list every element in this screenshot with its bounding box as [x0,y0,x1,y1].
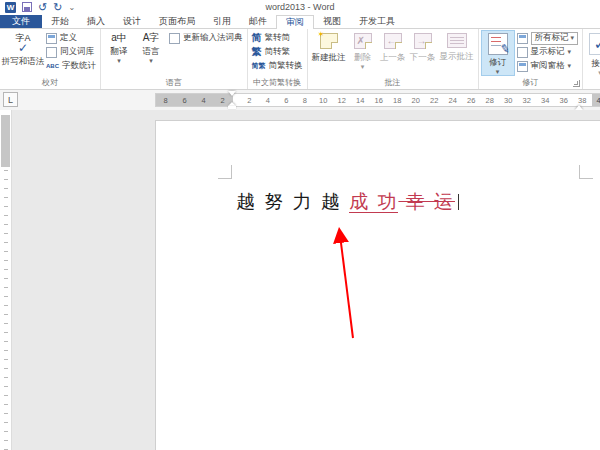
translate-icon: a中 [111,32,127,44]
tab-stop-selector[interactable]: L [3,92,18,107]
tab-developer[interactable]: 开发工具 [350,15,404,28]
accept-icon: ✓ [589,33,600,55]
pencil-glyph: ✎ [499,41,511,57]
tab-insert[interactable]: 插入 [78,15,114,28]
language-button[interactable]: A字 语言 ▾ [135,30,167,76]
define-icon [46,33,57,44]
traditional-to-simplified-icon: 简 [252,32,262,44]
simplified-to-traditional-icon: 繁 [252,46,262,58]
traditional-to-simplified-button[interactable]: 简 繁转简 [252,32,303,44]
show-comments-button[interactable]: 显示批注 [438,30,476,76]
window-title: word2013 - Word [0,2,600,12]
ruler-number: 40 [592,94,600,106]
traditional-to-simplified-label: 繁转简 [265,32,291,44]
thesaurus-icon [46,47,57,58]
show-markup-icon [517,47,528,58]
update-ime-label: 更新输入法词典 [183,32,243,44]
tracking-dialog-launcher-icon[interactable] [573,80,580,87]
tab-review[interactable]: 审阅 [276,15,314,29]
text-cursor [458,194,459,210]
horizontal-ruler[interactable]: 8642 24681012141618202224262830323436384… [155,93,600,107]
reviewing-pane-label: 审阅窗格 [531,60,565,72]
language-dropdown-icon: ▾ [149,58,153,63]
ruler-number: 26 [462,94,481,106]
previous-arrow-glyph: ← [387,35,397,46]
ruler-margin-area: 8642 [156,94,233,106]
show-markup-button[interactable]: 显示标记 ▾ [517,46,579,58]
translate-button[interactable]: a中 翻译 ▾ [103,30,135,76]
text-run-normal: 越 努 力 越 [236,191,349,212]
ruler-number: 28 [481,94,500,106]
new-comment-label: 新建批注 [312,52,346,64]
vertical-ruler[interactable] [0,110,12,450]
ruler-number: 8 [296,94,315,106]
tab-file[interactable]: 文件 [0,15,42,28]
thesaurus-label: 同义词库 [60,46,94,58]
tab-mailings[interactable]: 邮件 [240,15,276,28]
tab-design[interactable]: 设计 [114,15,150,28]
thesaurus-button[interactable]: 同义词库 [46,46,96,58]
ruler-number: 4 [194,94,213,106]
reviewing-pane-icon [517,61,528,72]
spelling-grammar-button[interactable]: 字A ✓ 拼写和语法 [2,30,44,76]
show-markup-caret: ▾ [568,48,572,56]
group-label-comments: 批注 [310,77,476,89]
ruler-number: 4 [259,94,278,106]
previous-comment-label: 上一条 [380,52,406,64]
tab-view[interactable]: 视图 [314,15,350,28]
group-label-chinese-conversion: 中文简繁转换 [250,77,305,89]
tab-home[interactable]: 开始 [42,15,78,28]
margin-cropmark-top-left [218,165,232,179]
show-comments-icon [447,33,467,48]
ribbon: 字A ✓ 拼写和语法 定义 同义词库 ABC 字数统计 [0,29,600,90]
group-label-language: 语言 [103,77,245,89]
next-comment-icon: → [414,33,432,49]
show-comments-label: 显示批注 [440,51,474,63]
new-comment-button[interactable]: ✶ 新建批注 [310,30,348,76]
document-page[interactable]: 越 努 力 越 成 功 幸 运 [155,120,600,450]
hanging-indent-marker[interactable] [228,102,236,110]
group-label-proofing: 校对 [2,77,98,89]
simplified-to-traditional-button[interactable]: 繁 简转繁 [252,46,303,58]
tab-page-layout[interactable]: 页面布局 [150,15,204,28]
delete-comment-button[interactable]: ✗ 删除 ▾ [348,30,378,76]
reviewing-pane-button[interactable]: 审阅窗格 ▾ [517,60,579,72]
group-language: a中 翻译 ▾ A字 语言 ▾ 更新输入法词典 语言 [101,29,248,89]
define-button[interactable]: 定义 [46,32,96,44]
track-changes-button[interactable]: ✎ 修订 ▾ [481,30,515,76]
group-label-changes: 更改 [585,77,600,89]
group-tracking: ✎ 修订 ▾ 所有标记▾ 显示标记 ▾ 审阅窗格 ▾ [479,29,584,89]
convert-button[interactable]: 简繁 简繁转换 [252,60,303,72]
tab-references[interactable]: 引用 [204,15,240,28]
paragraph-text[interactable]: 越 努 力 越 成 功 幸 运 [236,189,459,215]
delete-cross-glyph: ✗ [357,35,365,46]
ruler-number: 6 [277,94,296,106]
next-comment-label: 下一条 [410,52,436,64]
update-ime-button[interactable]: 更新输入法词典 [169,32,243,44]
new-comment-icon: ✶ [320,33,338,49]
ruler-number: 10 [314,94,333,106]
text-run-insertion: 成 功 [349,191,398,213]
document-area: 越 努 力 越 成 功 幸 运 [0,110,600,450]
ruler-row: L 8642 246810121416182022242628303234363… [0,90,600,110]
next-comment-button[interactable]: → 下一条 [408,30,438,76]
vertical-ruler-ticks [4,170,8,450]
ruler-numbers: 246810121416182022242628303234363840 [240,94,600,106]
word-count-button[interactable]: ABC 字数统计 [46,60,96,72]
ruler-number: 12 [333,94,352,106]
show-markup-label: 显示标记 [531,46,565,58]
accept-button[interactable]: ✓ 接受 ▾ [585,30,600,76]
language-icon: A字 [143,32,160,44]
previous-comment-button[interactable]: ← 上一条 [378,30,408,76]
first-line-indent-marker[interactable] [228,91,236,96]
ruler-number: 14 [351,94,370,106]
ruler-number: 6 [175,94,194,106]
group-comments: ✶ 新建批注 ✗ 删除 ▾ ← 上一条 → 下一条 显示批注 批注 [308,29,479,89]
all-markup-icon [517,33,528,44]
all-markup-label: 所有标记 [535,32,569,44]
ruler-number: 34 [536,94,555,106]
all-markup-dropdown[interactable]: 所有标记▾ [517,32,579,44]
title-bar: W ↺ ↻ ⌄ word2013 - Word [0,0,600,15]
reviewing-pane-caret: ▾ [568,62,572,70]
next-arrow-glyph: → [417,35,427,46]
